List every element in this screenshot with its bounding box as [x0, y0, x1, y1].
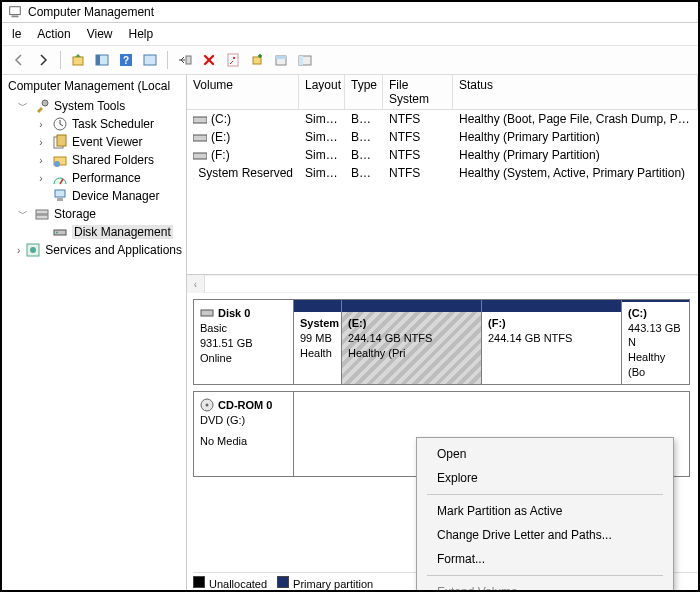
- expander-icon[interactable]: ›: [34, 155, 48, 166]
- col-layout[interactable]: Layout: [299, 75, 345, 109]
- cdrom-drive-label: DVD (G:): [200, 413, 287, 428]
- tree-system-tools[interactable]: ﹀ System Tools: [2, 97, 186, 115]
- svg-point-27: [56, 232, 58, 234]
- partition-size: 244.14 GB NTFS: [488, 331, 615, 346]
- tree-storage[interactable]: ﹀ Storage: [2, 205, 186, 223]
- delete-button[interactable]: [198, 49, 220, 71]
- col-file-system[interactable]: File System: [383, 75, 453, 109]
- expander-icon[interactable]: ﹀: [16, 99, 30, 113]
- cell-type: Basic: [345, 110, 383, 128]
- help-button[interactable]: ?: [115, 49, 137, 71]
- cell-type: Basic: [345, 146, 383, 164]
- disk-0-info[interactable]: Disk 0 Basic 931.51 GB Online: [194, 300, 294, 384]
- panel-button[interactable]: [139, 49, 161, 71]
- window-title: Computer Management: [28, 5, 154, 19]
- tree-label: Shared Folders: [72, 153, 154, 167]
- partition-system-reserved[interactable]: System 99 MB Health: [294, 300, 342, 384]
- partition-f[interactable]: (F:) 244.14 GB NTFS: [482, 300, 622, 384]
- volume-list-header: Volume Layout Type File System Status: [187, 75, 698, 110]
- svg-rect-4: [96, 55, 100, 65]
- legend-swatch-unallocated: [193, 576, 205, 588]
- drive-icon: [193, 150, 207, 160]
- list-item[interactable]: (E:) Simple Basic NTFS Healthy (Primary …: [187, 128, 698, 146]
- tree-shared-folders[interactable]: › Shared Folders: [2, 151, 186, 169]
- menu-view[interactable]: View: [87, 27, 113, 41]
- action-button-3[interactable]: [294, 49, 316, 71]
- cell-status: Healthy (Primary Partition): [453, 146, 698, 164]
- cell-layout: Simple: [299, 110, 345, 128]
- show-tree-button[interactable]: [91, 49, 113, 71]
- legend-unallocated-label: Unallocated: [209, 578, 267, 590]
- cell-volume: System Reserved: [198, 166, 293, 180]
- action-button-1[interactable]: [246, 49, 268, 71]
- cell-type: Basic: [345, 128, 383, 146]
- tree-event-viewer[interactable]: › Event Viewer: [2, 133, 186, 151]
- expander-icon[interactable]: ›: [34, 173, 48, 184]
- up-button[interactable]: [67, 49, 89, 71]
- menu-action[interactable]: Action: [37, 27, 70, 41]
- ctx-mark-active[interactable]: Mark Partition as Active: [419, 499, 671, 523]
- expander-icon[interactable]: ›: [34, 119, 48, 130]
- legend-swatch-primary: [277, 576, 289, 588]
- storage-icon: [34, 206, 50, 222]
- refresh-button[interactable]: [174, 49, 196, 71]
- cell-volume: (F:): [211, 148, 230, 162]
- tree-label: System Tools: [54, 99, 125, 113]
- partition-label: (C:): [628, 306, 683, 321]
- horizontal-scrollbar[interactable]: ‹: [187, 275, 698, 293]
- disk-name-label: Disk 0: [218, 306, 250, 321]
- separator: [167, 51, 168, 69]
- partition-e[interactable]: (E:) 244.14 GB NTFS Healthy (Pri: [342, 300, 482, 384]
- expander-icon[interactable]: ﹀: [16, 207, 30, 221]
- partition-label: System: [300, 316, 335, 331]
- tree-label: Task Scheduler: [72, 117, 154, 131]
- cell-fs: NTFS: [383, 146, 453, 164]
- navigation-tree-pane: Computer Management (Local ﹀ System Tool…: [2, 75, 187, 590]
- tree-root[interactable]: Computer Management (Local: [2, 77, 186, 97]
- svg-rect-15: [299, 56, 303, 65]
- cdrom-0-info[interactable]: CD-ROM 0 DVD (G:) No Media: [194, 392, 294, 476]
- svg-point-10: [233, 57, 235, 59]
- col-status[interactable]: Status: [453, 75, 698, 109]
- col-type[interactable]: Type: [345, 75, 383, 109]
- cell-volume: (E:): [211, 130, 230, 144]
- partition-health: Health: [300, 346, 335, 361]
- list-item[interactable]: (C:) Simple Basic NTFS Healthy (Boot, Pa…: [187, 110, 698, 128]
- menu-help[interactable]: Help: [129, 27, 154, 41]
- tree-performance[interactable]: › Performance: [2, 169, 186, 187]
- separator: [427, 575, 663, 576]
- back-button[interactable]: [8, 49, 30, 71]
- scroll-left-icon[interactable]: ‹: [187, 275, 205, 293]
- ctx-explore[interactable]: Explore: [419, 466, 671, 490]
- expander-icon[interactable]: ›: [16, 245, 21, 256]
- menu-file[interactable]: le: [12, 27, 21, 41]
- svg-point-36: [206, 404, 209, 407]
- ctx-open[interactable]: Open: [419, 442, 671, 466]
- tree-services-apps[interactable]: › Services and Applications: [2, 241, 186, 259]
- services-icon: [25, 242, 41, 258]
- toolbar: ?: [2, 46, 698, 75]
- tree-disk-management[interactable]: Disk Management: [2, 223, 186, 241]
- menu-bar: le Action View Help: [2, 23, 698, 46]
- disk-status-label: Online: [200, 351, 287, 366]
- title-bar: Computer Management: [2, 2, 698, 23]
- list-item[interactable]: (F:) Simple Basic NTFS Healthy (Primary …: [187, 146, 698, 164]
- cell-layout: Simple: [299, 164, 345, 182]
- tree-device-manager[interactable]: Device Manager: [2, 187, 186, 205]
- svg-rect-13: [276, 56, 286, 59]
- disk-icon: [200, 306, 214, 320]
- partition-c[interactable]: (C:) 443.13 GB N Healthy (Bo: [622, 300, 689, 384]
- svg-rect-25: [36, 215, 48, 219]
- tree-task-scheduler[interactable]: › Task Scheduler: [2, 115, 186, 133]
- action-button-2[interactable]: [270, 49, 292, 71]
- cell-volume: (C:): [211, 112, 231, 126]
- svg-rect-24: [36, 210, 48, 214]
- expander-icon[interactable]: ›: [34, 137, 48, 148]
- partition-health: Healthy (Pri: [348, 346, 475, 361]
- ctx-change-letter[interactable]: Change Drive Letter and Paths...: [419, 523, 671, 547]
- properties-button[interactable]: [222, 49, 244, 71]
- col-volume[interactable]: Volume: [187, 75, 299, 109]
- list-item[interactable]: System Reserved Simple Basic NTFS Health…: [187, 164, 698, 182]
- forward-button[interactable]: [32, 49, 54, 71]
- ctx-format[interactable]: Format...: [419, 547, 671, 571]
